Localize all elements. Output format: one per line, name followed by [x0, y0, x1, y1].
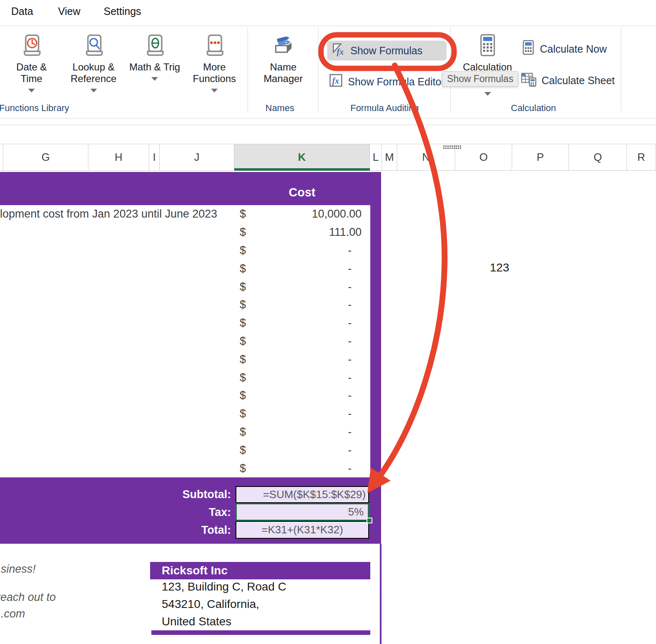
cost-table-row[interactable]: $- [0, 368, 370, 387]
calculate-sheet-label: Calculate Sheet [542, 75, 615, 87]
svg-text:fx: fx [332, 76, 339, 86]
book-theta-icon [145, 34, 164, 58]
show-formulas-label: Show Formulas [350, 45, 423, 57]
currency-symbol: $ [240, 223, 246, 242]
divider [0, 26, 656, 26]
chevron-down-icon [211, 89, 218, 92]
currency-symbol: $ [240, 242, 246, 260]
book-clock-icon [22, 34, 41, 58]
show-formula-editor-button[interactable]: fx Show Formula Editor [329, 73, 445, 90]
cost-amount: - [249, 405, 352, 423]
cost-table-row[interactable]: lopment cost from Jan 2023 until June 20… [0, 205, 370, 223]
menu-data[interactable]: Data [11, 5, 33, 17]
cost-table-row[interactable]: $- [0, 405, 370, 423]
calculation-options-button[interactable]: Calculation [457, 29, 518, 112]
currency-symbol: $ [240, 368, 246, 387]
cost-table-row[interactable]: $- [0, 387, 370, 405]
chevron-down-icon [484, 92, 491, 96]
cost-amount: - [249, 242, 352, 260]
currency-symbol: $ [240, 259, 246, 278]
name-manager-button[interactable]: NameManager [254, 29, 312, 112]
show-formulas-icon: fx [331, 42, 345, 59]
tax-label: Tax: [107, 506, 231, 519]
calculate-now-button[interactable]: Calculate Now [522, 40, 607, 58]
group-separator [621, 27, 621, 112]
more-functions-button[interactable]: MoreFunctions [183, 29, 245, 112]
cost-table-row[interactable]: $- [0, 278, 370, 296]
calculate-now-icon [522, 40, 535, 58]
menu-settings[interactable]: Settings [104, 5, 141, 17]
group-label-formula-auditing: Formula Auditing [350, 103, 419, 114]
currency-symbol: $ [240, 205, 246, 223]
subtotal-formula-cell[interactable]: =SUM($K$15:$K$29) [236, 486, 369, 503]
cost-table-row[interactable]: $- [0, 332, 370, 351]
menu-view[interactable]: View [58, 5, 80, 17]
svg-text:fx: fx [337, 47, 344, 56]
contact-note: reach out to [0, 591, 56, 604]
cost-amount: - [249, 332, 352, 351]
math-trig-button[interactable]: Math & Trig [122, 29, 187, 112]
selected-column-underline [234, 168, 370, 171]
math-trig-label: Math & Trig [129, 61, 180, 73]
cost-column-header: Cost [234, 186, 370, 199]
name-manager-label: NameManager [264, 61, 303, 85]
selection-fill-handle[interactable] [367, 518, 372, 523]
contact-email-note: .com [1, 608, 25, 620]
column-header-R[interactable]: R [627, 144, 656, 170]
column-header-K[interactable]: K [234, 144, 370, 170]
lookup-reference-button[interactable]: Lookup &Reference [61, 29, 126, 112]
column-header-edge[interactable] [0, 144, 3, 170]
calculate-sheet-icon [521, 71, 537, 90]
date-time-button[interactable]: Date &Time [5, 29, 58, 112]
page-border-line [380, 544, 381, 644]
thank-you-note: siness! [1, 563, 36, 576]
currency-symbol: $ [240, 278, 246, 296]
column-header-J[interactable]: J [160, 144, 234, 170]
currency-symbol: $ [240, 423, 246, 441]
cost-amount: - [249, 423, 352, 441]
column-header-G[interactable]: G [3, 144, 88, 170]
calculate-sheet-button[interactable]: Calculate Sheet [521, 71, 615, 90]
column-header-L[interactable]: L [370, 144, 382, 170]
column-header-H[interactable]: H [88, 144, 149, 170]
column-header-M[interactable]: M [382, 144, 397, 170]
chevron-down-icon [28, 89, 35, 92]
cost-table-row[interactable]: $- [0, 242, 370, 260]
name-manager-icon [272, 34, 294, 58]
cost-table-row[interactable]: $- [0, 423, 370, 441]
column-header-O[interactable]: O [455, 144, 512, 170]
divider [0, 125, 656, 125]
tax-value-cell[interactable]: 5% [236, 503, 369, 521]
column-header-I[interactable]: I [149, 144, 160, 170]
cost-table-row[interactable]: $- [0, 296, 370, 314]
excel-window: Data View Settings Date &Time Lookup &Re… [0, 0, 656, 644]
cost-amount: - [249, 350, 352, 368]
footer-divider-bar [151, 630, 370, 635]
currency-symbol: $ [240, 441, 246, 459]
cost-amount: - [249, 259, 352, 278]
date-time-label: Date &Time [16, 61, 46, 85]
show-formulas-button[interactable]: fx Show Formulas [327, 41, 447, 61]
cell-value-123[interactable]: 123 [455, 261, 509, 274]
cost-amount: 111.00 [249, 223, 362, 242]
total-formula-cell[interactable]: =K31+(K31*K32) [236, 521, 369, 539]
cost-table-row[interactable]: $- [0, 314, 370, 332]
cost-table-row[interactable]: $- [0, 259, 370, 278]
cost-amount: 10,000.00 [249, 205, 362, 223]
cost-table-row[interactable]: $111.00 [0, 223, 370, 242]
column-header-Q[interactable]: Q [569, 144, 627, 170]
cost-table-row[interactable]: $- [0, 441, 370, 459]
divider [0, 118, 656, 119]
cost-amount: - [249, 387, 352, 405]
currency-symbol: $ [240, 387, 246, 405]
column-header-P[interactable]: P [512, 144, 569, 170]
cost-amount: - [249, 314, 352, 332]
cost-table-row[interactable]: $- [0, 350, 370, 368]
chevron-down-icon [90, 89, 97, 92]
cost-table-row[interactable]: $- [0, 459, 370, 477]
cost-amount: - [249, 368, 352, 387]
group-label-calculation: Calculation [511, 103, 556, 114]
company-address-line1: 123, Building C, Road C [162, 580, 286, 593]
company-address-line2: 543210, California, [162, 598, 259, 611]
item-description: lopment cost from Jan 2023 until June 20… [0, 205, 233, 223]
